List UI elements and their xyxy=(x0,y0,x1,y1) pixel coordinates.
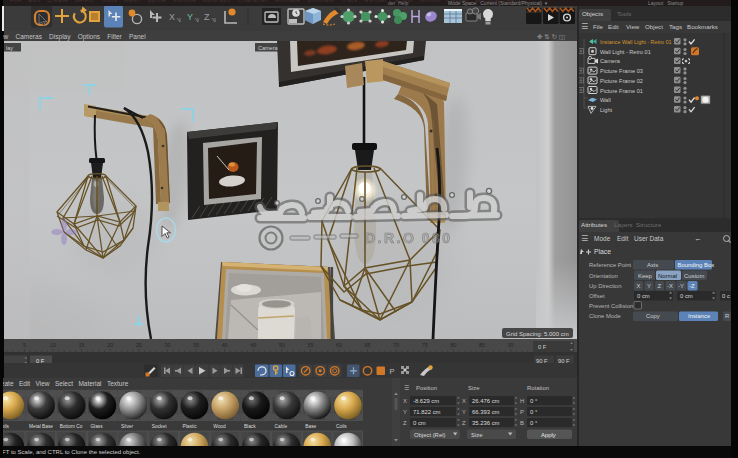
svg-text:Prevent Collision: Prevent Collision xyxy=(589,303,633,309)
svg-text:35: 35 xyxy=(193,342,199,348)
svg-text:X: X xyxy=(169,12,175,22)
svg-text:-Z: -Z xyxy=(689,283,695,289)
svg-text:80: 80 xyxy=(451,342,457,348)
svg-text:66.393 cm: 66.393 cm xyxy=(472,409,500,415)
svg-text:0 °: 0 ° xyxy=(530,409,537,415)
svg-text:Z: Z xyxy=(462,420,466,426)
svg-text:0 °: 0 ° xyxy=(530,398,537,404)
svg-text:Offset: Offset xyxy=(589,293,605,299)
svg-text:Up Direction: Up Direction xyxy=(589,283,621,289)
svg-text:-Y: -Y xyxy=(678,283,684,289)
svg-text:25: 25 xyxy=(136,342,142,348)
svg-text:Bottom Co: Bottom Co xyxy=(60,424,83,429)
svg-text:Size: Size xyxy=(471,432,483,438)
svg-text:☰: ☰ xyxy=(404,385,409,391)
svg-text:85: 85 xyxy=(479,342,485,348)
svg-text:Instance Wall Light - Retro 01: Instance Wall Light - Retro 01 xyxy=(600,39,671,45)
svg-text:50: 50 xyxy=(279,342,285,348)
svg-text:Cable: Cable xyxy=(275,424,288,429)
svg-text:R: R xyxy=(725,313,729,319)
svg-text:70: 70 xyxy=(393,342,399,348)
svg-text:0 cm: 0 cm xyxy=(413,420,426,426)
svg-text:Wall: Wall xyxy=(600,97,611,103)
svg-text:Reference Point: Reference Point xyxy=(589,262,632,268)
svg-text:Normal: Normal xyxy=(658,273,677,279)
svg-text:X: X xyxy=(637,283,641,289)
svg-text:Camera: Camera xyxy=(600,58,621,64)
svg-text:45: 45 xyxy=(250,342,256,348)
svg-text:40: 40 xyxy=(222,342,228,348)
svg-text:Black: Black xyxy=(244,424,256,429)
svg-text:Silver: Silver xyxy=(121,424,133,429)
svg-text:Coils: Coils xyxy=(336,424,347,429)
svg-text:Wall Light - Retro 01: Wall Light - Retro 01 xyxy=(600,49,651,55)
svg-text:20: 20 xyxy=(107,342,113,348)
svg-text:Glass: Glass xyxy=(90,424,103,429)
svg-text:Metal Base: Metal Base xyxy=(29,424,53,429)
svg-text:Picture Frame 03: Picture Frame 03 xyxy=(600,68,643,74)
svg-text:Z: Z xyxy=(658,283,662,289)
svg-text:Light: Light xyxy=(600,107,613,113)
svg-text:Camera: Camera xyxy=(258,45,279,51)
svg-text:Axis: Axis xyxy=(647,262,658,268)
svg-text:Custom: Custom xyxy=(684,273,704,279)
svg-text:65: 65 xyxy=(365,342,371,348)
svg-text:D.R.O 080: D.R.O 080 xyxy=(365,230,453,246)
svg-text:71.822 cm: 71.822 cm xyxy=(413,409,441,415)
svg-text:Y: Y xyxy=(647,283,651,289)
svg-text:Rotation: Rotation xyxy=(527,385,549,391)
svg-text:-X: -X xyxy=(667,283,673,289)
svg-text:Bounding Box: Bounding Box xyxy=(678,262,715,268)
svg-text:lay: lay xyxy=(6,45,13,51)
svg-text:Base: Base xyxy=(305,424,316,429)
svg-text:0 °: 0 ° xyxy=(530,420,537,426)
svg-text:5: 5 xyxy=(23,342,26,348)
svg-text:35.236 cm: 35.236 cm xyxy=(472,420,500,426)
svg-text:Clone Mode: Clone Mode xyxy=(589,313,621,319)
svg-text:Copy: Copy xyxy=(646,313,660,319)
svg-text:Z: Z xyxy=(204,12,210,22)
svg-text:P: P xyxy=(520,409,524,415)
svg-text:-8.629 cm: -8.629 cm xyxy=(413,398,439,404)
svg-text:Place: Place xyxy=(594,248,611,255)
svg-text:75: 75 xyxy=(422,342,428,348)
svg-text:Z: Z xyxy=(403,420,407,426)
svg-text:Picture Frame 01: Picture Frame 01 xyxy=(600,88,643,94)
svg-text:B: B xyxy=(520,420,524,426)
svg-text:55: 55 xyxy=(308,342,314,348)
svg-text:0 cm: 0 cm xyxy=(637,293,650,299)
svg-text:10: 10 xyxy=(50,342,56,348)
svg-text:X: X xyxy=(462,398,466,404)
svg-text:26.476 cm: 26.476 cm xyxy=(472,398,500,404)
svg-text:90: 90 xyxy=(508,342,514,348)
svg-text:P: P xyxy=(390,367,395,376)
svg-text:X: X xyxy=(403,398,407,404)
svg-text:60: 60 xyxy=(336,342,342,348)
svg-text:Size: Size xyxy=(468,385,480,391)
svg-text:Object (Rel): Object (Rel) xyxy=(414,432,445,438)
svg-text:0 F: 0 F xyxy=(538,344,547,350)
svg-text:Y: Y xyxy=(403,409,407,415)
svg-text:Grid Spacing: 5.000 cm: Grid Spacing: 5.000 cm xyxy=(506,331,569,337)
svg-text:15: 15 xyxy=(79,342,85,348)
svg-text:Orientation: Orientation xyxy=(589,273,618,279)
svg-text:Position: Position xyxy=(416,385,437,391)
svg-text:0 c: 0 c xyxy=(722,293,730,299)
svg-text:Wood: Wood xyxy=(213,424,226,429)
svg-text:Picture Frame 02: Picture Frame 02 xyxy=(600,78,643,84)
svg-text:0 cm: 0 cm xyxy=(680,293,693,299)
svg-text:Instance: Instance xyxy=(688,313,711,319)
svg-text:Socket: Socket xyxy=(152,424,167,429)
svg-text:Keep: Keep xyxy=(638,273,652,279)
svg-text:Plastic: Plastic xyxy=(183,424,198,429)
svg-text:30: 30 xyxy=(165,342,171,348)
svg-text:Y: Y xyxy=(462,409,466,415)
svg-text:Apply: Apply xyxy=(541,432,556,438)
svg-text:Y: Y xyxy=(187,12,193,22)
svg-text:H: H xyxy=(520,398,524,404)
